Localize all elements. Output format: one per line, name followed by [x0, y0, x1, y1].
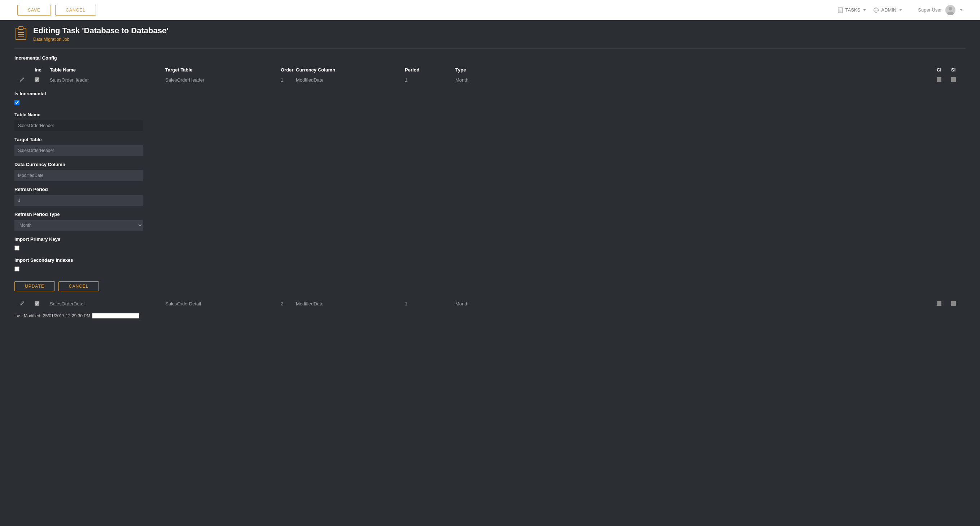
row-period: 1 — [405, 301, 455, 306]
row-ci-checkbox — [937, 77, 942, 82]
chevron-down-icon — [899, 9, 902, 11]
row-tablename: SalesOrderHeader — [50, 77, 165, 83]
label-target-table: Target Table — [14, 137, 966, 142]
table-name-input[interactable] — [14, 120, 143, 131]
refresh-period-type-select[interactable]: Month — [14, 220, 143, 231]
chevron-down-icon — [863, 9, 866, 11]
col-order-header: Order — [281, 67, 296, 73]
data-currency-column-input[interactable] — [14, 170, 143, 181]
topbar-left: SAVE CANCEL — [18, 5, 96, 16]
last-modified: Last Modified: 25/01/2017 12:29:30 PM — [14, 313, 966, 319]
col-inc-header: Inc — [35, 67, 50, 73]
last-modified-value: 25/01/2017 12:29:30 PM — [43, 313, 90, 319]
clipboard-icon — [14, 26, 27, 40]
target-table-input[interactable] — [14, 145, 143, 156]
import-primary-keys-checkbox[interactable] — [14, 245, 19, 250]
is-incremental-checkbox[interactable] — [14, 100, 19, 105]
update-button[interactable]: UPDATE — [14, 281, 55, 291]
edit-row-icon[interactable] — [19, 301, 24, 307]
row-si-checkbox — [951, 77, 956, 82]
row-inc-checkbox — [35, 301, 39, 306]
user-name: Super User — [918, 7, 942, 13]
globe-icon — [873, 7, 879, 13]
edit-row-icon[interactable] — [19, 78, 24, 83]
svg-rect-9 — [19, 27, 23, 30]
topbar: SAVE CANCEL TASKS ADMIN Super User — [0, 0, 980, 20]
last-modified-label: Last Modified: — [14, 313, 41, 319]
row-order: 2 — [281, 301, 296, 306]
admin-menu[interactable]: ADMIN — [873, 7, 902, 13]
row-ci-checkbox — [937, 301, 942, 306]
label-table-name: Table Name — [14, 112, 966, 117]
edit-form: Is Incremental Table Name Target Table D… — [14, 91, 966, 291]
page: Editing Task 'Database to Database' Data… — [0, 20, 980, 329]
col-currency-header: Currency Column — [296, 67, 405, 73]
row-target: SalesOrderHeader — [165, 77, 281, 83]
refresh-period-input[interactable] — [14, 195, 143, 206]
row-currency: ModifiedDate — [296, 301, 405, 306]
tasks-menu[interactable]: TASKS — [837, 7, 866, 13]
col-tablename-header: Table Name — [50, 67, 165, 73]
label-refresh-period: Refresh Period — [14, 186, 966, 192]
col-target-header: Target Table — [165, 67, 281, 73]
table-row: SalesOrderHeader SalesOrderHeader 1 Modi… — [14, 75, 966, 85]
form-actions: UPDATE CANCEL — [14, 281, 966, 291]
tasks-icon — [837, 7, 843, 13]
row-target: SalesOrderDetail — [165, 301, 281, 306]
avatar — [945, 5, 956, 15]
col-period-header: Period — [405, 67, 455, 73]
col-ci-header: CI — [937, 67, 951, 73]
svg-point-7 — [948, 7, 952, 11]
row-type: Month — [455, 77, 937, 83]
redacted-box — [92, 313, 139, 319]
section-incremental-config: Incremental Config — [14, 55, 966, 61]
table-row: SalesOrderDetail SalesOrderDetail 2 Modi… — [14, 298, 966, 309]
page-header-text: Editing Task 'Database to Database' Data… — [33, 26, 168, 42]
topbar-right: TASKS ADMIN Super User — [837, 5, 963, 15]
form-cancel-button[interactable]: CANCEL — [59, 281, 99, 291]
row-inc-checkbox — [35, 77, 39, 82]
user-menu[interactable]: Super User — [918, 5, 963, 15]
row-period: 1 — [405, 77, 455, 83]
incremental-config-table-lower: SalesOrderDetail SalesOrderDetail 2 Modi… — [14, 298, 966, 309]
col-type-header: Type — [455, 67, 937, 73]
row-currency: ModifiedDate — [296, 77, 405, 83]
page-header: Editing Task 'Database to Database' Data… — [14, 26, 966, 49]
col-si-header: SI — [951, 67, 966, 73]
row-tablename: SalesOrderDetail — [50, 301, 165, 306]
label-is-incremental: Is Incremental — [14, 91, 966, 96]
save-button[interactable]: SAVE — [18, 5, 51, 16]
import-secondary-indexes-checkbox[interactable] — [14, 266, 19, 271]
label-data-currency-column: Data Currency Column — [14, 162, 966, 167]
row-order: 1 — [281, 77, 296, 83]
label-refresh-period-type: Refresh Period Type — [14, 212, 966, 217]
cancel-button[interactable]: CANCEL — [55, 5, 96, 16]
admin-label: ADMIN — [881, 7, 896, 13]
row-type: Month — [455, 301, 937, 306]
tasks-label: TASKS — [845, 7, 861, 13]
label-import-secondary-indexes: Import Secondary Indexes — [14, 257, 966, 263]
row-si-checkbox — [951, 301, 956, 306]
table-header-row: Inc Table Name Target Table Order Curren… — [14, 65, 966, 75]
page-subtitle: Data Migration Job — [33, 37, 168, 42]
chevron-down-icon — [960, 9, 963, 11]
page-title: Editing Task 'Database to Database' — [33, 26, 168, 35]
label-import-primary-keys: Import Primary Keys — [14, 236, 966, 242]
incremental-config-table: Inc Table Name Target Table Order Curren… — [14, 65, 966, 85]
